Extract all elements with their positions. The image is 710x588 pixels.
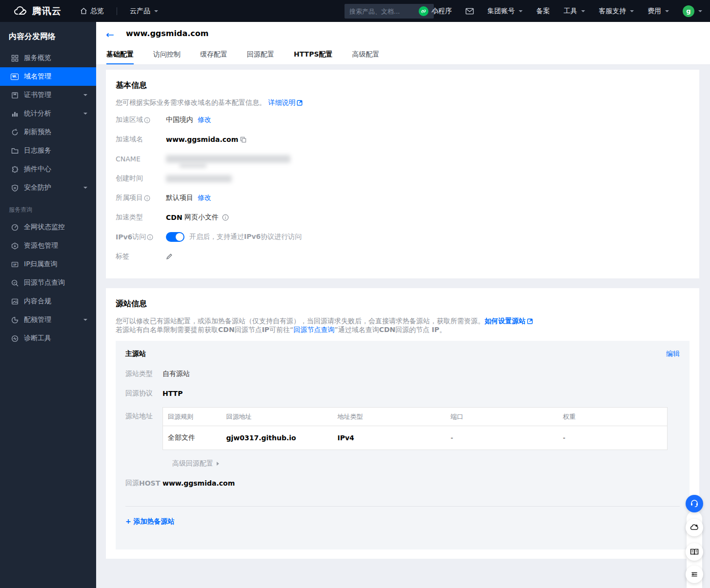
- tab-basic-config[interactable]: 基础配置: [106, 47, 134, 64]
- cname-redacted-value: [166, 155, 290, 163]
- tab-advanced-config[interactable]: 高级配置: [352, 47, 379, 64]
- tab-bar: 基础配置 访问控制 缓存配置 回源配置 HTTPS配置 高级配置: [106, 47, 399, 64]
- nav-beian[interactable]: 备案: [530, 0, 556, 22]
- grid-icon: [11, 54, 19, 62]
- sidebar-item-resource-packages[interactable]: 资源包管理: [0, 236, 96, 255]
- row-origin-protocol: 回源协议 HTTP: [125, 384, 680, 403]
- nav-mini-program[interactable]: 小程序: [413, 0, 458, 22]
- sidebar-item-content-compliance[interactable]: 内容合规: [0, 292, 96, 311]
- sidebar-item-plugin-center[interactable]: 插件中心: [0, 160, 96, 178]
- sidebar-item-quota-management[interactable]: 配额管理: [0, 311, 96, 329]
- add-backup-origin-button[interactable]: + 添加热备源站: [125, 517, 175, 526]
- main-area: ← www.ggsmida.com 基础配置 访问控制 缓存配置 回源配置 HT…: [96, 22, 710, 588]
- detail-doc-link[interactable]: 详细说明: [268, 98, 295, 106]
- image-icon: [11, 297, 19, 305]
- nav-products[interactable]: 云产品: [124, 0, 164, 22]
- package-download-icon: [11, 242, 19, 250]
- origin-info-card: 源站信息 您可以修改已有源站配置，或添加热备源站（仅支持自有源），当回源请求失败…: [106, 288, 699, 559]
- row-created-time: 创建时间: [116, 169, 690, 188]
- how-to-set-origin-link[interactable]: 如何设置源站: [485, 317, 526, 325]
- tab-https-config[interactable]: HTTPS配置: [294, 47, 332, 64]
- avatar[interactable]: g: [683, 5, 694, 17]
- sidebar-item-log-service[interactable]: 日志服务: [0, 141, 96, 160]
- cloud-assistant-button[interactable]: [686, 519, 703, 536]
- info-icon[interactable]: [222, 214, 229, 221]
- copy-icon[interactable]: [240, 137, 246, 143]
- sidebar-item-diagnostic-tools[interactable]: 诊断工具: [0, 329, 96, 348]
- svg-text:IP: IP: [13, 262, 17, 266]
- account-menu[interactable]: g: [677, 0, 705, 22]
- customer-service-button[interactable]: [686, 495, 703, 512]
- table-header-row: 回源规则 回源地址 地址类型 端口 权重: [163, 408, 668, 426]
- external-link-icon: [527, 318, 533, 324]
- documentation-button[interactable]: [686, 543, 703, 561]
- sidebar-item-ip-lookup[interactable]: IP IP归属查询: [0, 255, 96, 274]
- row-project: 所属项目 默认项目 修改: [116, 188, 690, 208]
- pie-chart-icon: [11, 316, 19, 324]
- nav-billing[interactable]: 费用: [642, 0, 675, 22]
- row-ipv6: IPv6访问 开启后，支持通过IPv6协议进行访问: [116, 227, 690, 247]
- row-origin-type: 源站类型 自有源站: [125, 364, 680, 384]
- basic-info-title: 基本信息: [116, 80, 690, 91]
- sidebar: 内容分发网络 服务概览 W. 域名管理 证书管理 统计分析: [0, 22, 96, 588]
- topbar-divider: [117, 7, 117, 15]
- divider: [125, 506, 680, 507]
- ip-icon: IP: [11, 260, 19, 268]
- mini-program-icon: [419, 6, 428, 16]
- sidebar-item-certificate-management[interactable]: 证书管理: [0, 86, 96, 104]
- nav-overview[interactable]: 总览: [74, 0, 110, 22]
- chevron-down-icon: [519, 10, 523, 12]
- tab-origin-config[interactable]: 回源配置: [247, 47, 274, 64]
- main-origin-block: 主源站 编辑 源站类型 自有源站 回源协议 HTTP 源站地址: [116, 341, 690, 549]
- sidebar-item-origin-node-query[interactable]: 回源节点查询: [0, 274, 96, 292]
- sidebar-item-purge-prefetch[interactable]: 刷新预热: [0, 123, 96, 141]
- sidebar-section-title: 服务查询: [0, 197, 96, 218]
- info-icon[interactable]: [144, 117, 150, 123]
- pulse-icon: [11, 334, 19, 342]
- origin-node-query-link[interactable]: 回源节点查询: [293, 326, 334, 333]
- chevron-down-icon: [83, 94, 87, 96]
- gauge-icon: [11, 223, 19, 231]
- sidebar-item-domain-management[interactable]: W. 域名管理: [0, 67, 96, 86]
- sidebar-item-security[interactable]: 安全防护: [0, 178, 96, 197]
- chevron-down-icon: [154, 10, 158, 12]
- domain-icon: W.: [11, 73, 19, 80]
- folder-icon: [11, 147, 19, 155]
- created-time-redacted-value: [166, 175, 232, 182]
- back-button[interactable]: ←: [106, 30, 114, 39]
- refresh-icon: [11, 128, 19, 136]
- content-area: 基本信息 您可根据实际业务需求修改域名的基本配置信息。 详细说明 加速区域 中国…: [96, 65, 710, 588]
- edit-pencil-icon[interactable]: [166, 253, 173, 260]
- external-link-icon: [297, 100, 303, 106]
- nav-support[interactable]: 客服支持: [593, 0, 640, 22]
- nav-group-account[interactable]: 集团账号: [482, 0, 528, 22]
- sidebar-item-statistics[interactable]: 统计分析: [0, 104, 96, 123]
- bar-chart-icon: [11, 110, 19, 118]
- messages-button[interactable]: [460, 0, 480, 22]
- origin-info-desc: 您可以修改已有源站配置，或添加热备源站（仅支持自有源），当回源请求失败后，会直接…: [116, 316, 690, 334]
- headset-icon: [690, 499, 699, 509]
- cloud-logo-icon: [14, 6, 28, 17]
- page-title: www.ggsmida.com: [126, 29, 208, 38]
- brand-text: 腾讯云: [32, 5, 61, 18]
- tencent-cloud-logo[interactable]: 腾讯云: [14, 5, 61, 18]
- sidebar-item-service-overview[interactable]: 服务概览: [0, 49, 96, 67]
- edit-origin-link[interactable]: 编辑: [666, 350, 680, 358]
- table-row: 全部文件 gjw0317.github.io IPv4 - -: [163, 426, 668, 450]
- modify-project-link[interactable]: 修改: [198, 194, 211, 202]
- chevron-down-icon: [581, 10, 585, 12]
- feedback-button[interactable]: [686, 566, 703, 583]
- tab-access-control[interactable]: 访问控制: [153, 47, 181, 64]
- modify-region-link[interactable]: 修改: [198, 116, 211, 124]
- row-origin-address: 源站地址 回源规则 回源地址 地址类型 端口 权重: [125, 407, 680, 450]
- info-icon[interactable]: [144, 195, 150, 201]
- info-icon[interactable]: [147, 234, 153, 240]
- cloud-icon: [690, 523, 699, 532]
- sidebar-item-network-status[interactable]: 全网状态监控: [0, 218, 96, 236]
- row-tags: 标签: [116, 247, 690, 266]
- nav-tools[interactable]: 工具: [558, 0, 591, 22]
- advanced-origin-config-toggle[interactable]: 高级回源配置: [172, 458, 680, 470]
- ipv6-toggle[interactable]: [166, 232, 184, 242]
- row-origin-host: 回源HOST www.ggsmida.com: [125, 473, 680, 493]
- tab-cache-config[interactable]: 缓存配置: [200, 47, 227, 64]
